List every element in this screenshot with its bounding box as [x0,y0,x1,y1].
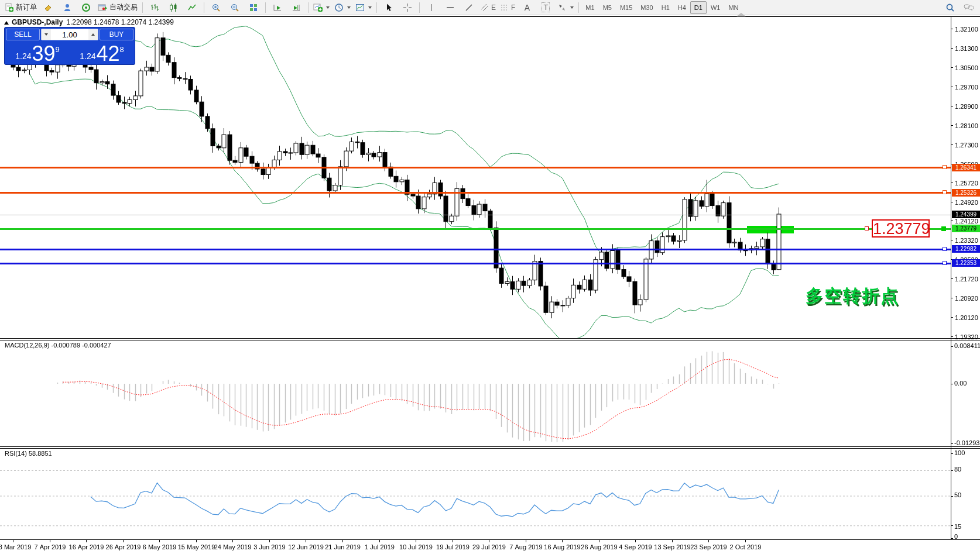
auto-scroll-button[interactable] [268,1,287,15]
support-line-2[interactable] [0,263,951,264]
macd-axis-max: 0.008411 [954,342,980,349]
date-axis-border [0,539,980,540]
rsi-axis-100: 100 [954,449,965,456]
buy-button[interactable]: BUY [100,29,133,40]
panel-divider[interactable] [0,340,980,340]
triangle-up-icon [91,33,95,36]
auto-trading-icon [98,3,107,12]
new-order-icon [4,3,13,12]
volume-increase-button[interactable] [88,29,98,40]
data-window-icon [63,3,72,12]
volume-input[interactable] [51,29,88,40]
indicators-button[interactable] [311,1,332,15]
price-tag-bid: 1.24399 [952,211,980,218]
chart-bars-button[interactable] [145,1,164,15]
vertical-line-button[interactable] [422,1,441,15]
fibonacci-button[interactable]: F [498,1,518,15]
chart-shift-button[interactable] [287,1,306,15]
search-button[interactable] [941,1,960,15]
separator [578,2,579,13]
sell-price-prefix: 1.24 [15,52,31,60]
sell-price-big: 39 [32,45,55,63]
market-watch-button[interactable] [39,1,58,15]
search-icon [945,3,955,12]
chevron-down-icon [347,6,351,9]
support-line-1[interactable] [0,249,951,250]
cursor-icon [384,3,393,12]
cursor-button[interactable] [379,1,398,15]
tab-timeframe-m1[interactable]: M1 [581,1,598,14]
periods-button[interactable] [332,1,353,15]
line-handle[interactable] [943,190,947,194]
zoom-in-button[interactable] [207,1,225,15]
auto-scroll-icon [273,3,282,12]
line-handle[interactable] [865,226,869,230]
template-icon [355,3,365,12]
crosshair-button[interactable] [398,1,417,15]
resistance-line-2[interactable] [0,192,951,194]
panel-divider[interactable] [0,338,980,339]
templates-button[interactable] [353,1,374,15]
text-label-button[interactable]: T [536,1,555,15]
chat-bubbles-icon [964,3,974,12]
panel-divider[interactable] [0,448,980,449]
vertical-line-icon [427,3,436,12]
price-tag-support-1: 1.22982 [952,245,980,253]
tab-timeframe-w1[interactable]: W1 [707,1,725,14]
fibonacci-glyph: F [511,4,515,12]
line-handle[interactable] [943,165,947,169]
zoom-out-button[interactable] [225,1,244,15]
trendline-button[interactable] [460,1,478,15]
separator [265,2,266,13]
triangle-down-icon [44,33,48,36]
chart-symbol: GBPUSD-,Daily [12,18,63,26]
price-tag-resistance-1: 1.26341 [952,164,980,171]
tab-timeframe-d1[interactable]: D1 [690,1,707,14]
horizontal-line-icon [446,3,455,12]
sell-button[interactable]: SELL [6,29,40,40]
chart-canvas[interactable] [0,0,980,554]
macd-axis-min: -0.012931 [954,439,980,446]
line-handle[interactable] [943,261,947,265]
tab-timeframe-m5[interactable]: M5 [599,1,616,14]
price-tag-resistance-2: 1.25326 [952,189,980,197]
auto-trading-button[interactable]: 自动交易 [95,1,140,15]
price-tag-pivot: 1.23779 [952,225,980,232]
feedback-button[interactable] [960,1,978,15]
resistance-line-1[interactable] [0,167,951,168]
tab-timeframe-m15[interactable]: M15 [616,1,636,14]
data-window-button[interactable] [58,1,77,15]
tile-windows-icon [249,3,258,12]
channel-button[interactable]: E [478,1,498,15]
tab-timeframe-h4[interactable]: H4 [674,1,690,14]
bid-price-line [0,215,951,215]
line-handle[interactable] [941,226,946,231]
macd-axis-zero: 0.00 [954,380,967,387]
tab-timeframe-mn[interactable]: MN [724,1,742,14]
channel-glyph: E [491,4,496,12]
buy-price-sup: 8 [120,46,124,53]
arrows-icon [557,3,567,12]
chart-line-button[interactable] [183,1,201,15]
buy-price[interactable]: 1.24428 [70,42,133,63]
indicator-add-icon [313,3,323,12]
sell-price[interactable]: 1.24399 [6,42,69,63]
text-button[interactable]: A [518,1,536,15]
chart-candles-button[interactable] [164,1,183,15]
pivot-price-callout[interactable]: 1.23779 [872,219,930,238]
panel-divider[interactable] [0,446,980,447]
annotation-text[interactable]: 多空转折点 [806,284,899,308]
collapse-arrow-icon[interactable] [4,21,9,25]
tab-timeframe-m30[interactable]: M30 [636,1,657,14]
toolbar: 新订单 自动交易 [0,0,980,15]
new-order-button[interactable]: 新订单 [2,1,39,15]
tile-windows-button[interactable] [244,1,263,15]
navigator-button[interactable] [77,1,95,15]
volume-decrease-button[interactable] [42,29,51,40]
pivot-line[interactable] [0,228,951,230]
tab-timeframe-h1[interactable]: H1 [657,1,674,14]
arrows-button[interactable] [555,1,576,15]
line-handle[interactable] [943,247,947,251]
horizontal-line-button[interactable] [441,1,460,15]
price-tag-support-2: 1.22353 [952,259,980,267]
